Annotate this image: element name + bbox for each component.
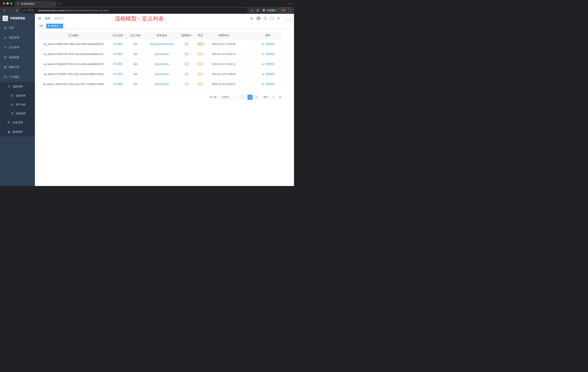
definition-name-link[interactable]: OA 请假	[113, 62, 122, 65]
user-avatar[interactable]	[284, 16, 291, 21]
tag-process-definition[interactable]: 流程定义 ×	[46, 24, 63, 28]
cube-icon	[4, 66, 7, 69]
reload-button[interactable]	[15, 8, 19, 13]
person-icon	[7, 131, 10, 133]
url-path: /bpm/manager/definition?key=oa_leave	[68, 9, 109, 12]
back-button[interactable]	[2, 8, 7, 13]
sidebar-item-task-management[interactable]: 任务管理	[0, 118, 35, 127]
version-badge: v4	[184, 52, 189, 56]
form-link[interactable]: /bpm/oa/flow	[155, 53, 169, 55]
browser-menu-icon[interactable]: ⋮	[287, 9, 290, 11]
page-number-1[interactable]: 1	[247, 95, 252, 100]
page-content: 定义编号 定义名称 定义分类 表单信息 流程版本 状态 部署时间 操作	[35, 29, 294, 186]
cell-definition-id: oa_leave:4:991f2193-7b7f-11ec-a3c8-acde4…	[38, 49, 109, 59]
font-size-icon[interactable]: ıT	[277, 17, 280, 20]
goto-page-input[interactable]	[269, 95, 277, 99]
col-process-version: 流程版本	[179, 32, 194, 39]
sidebar-item-system[interactable]: 系统管理	[0, 33, 35, 43]
chevron-down-icon	[31, 66, 32, 67]
bookmark-star-icon[interactable]	[255, 8, 260, 13]
chevron-up-icon	[31, 86, 32, 88]
new-tab-button[interactable]: +	[59, 1, 61, 5]
close-window-button[interactable]	[3, 2, 5, 5]
sidebar: 芋道管理系统 首页 系统管理 ¥ 支付管理 基础设施	[0, 14, 35, 186]
sidebar-item-process-model[interactable]: 流程模型	[0, 109, 35, 118]
person-icon	[262, 63, 264, 65]
top-navbar: 首页 / 流程定义 流程模型 - 定义列表 ? ıT	[35, 14, 294, 23]
minimize-window-button[interactable]	[7, 2, 9, 5]
security-label: 不安全	[27, 9, 34, 12]
cell-category: OA	[126, 49, 145, 59]
url-field[interactable]: 不安全 dashboard.yudao.iocoder.cn /bpm/mana…	[21, 8, 248, 13]
url-divider	[36, 9, 36, 12]
form-link[interactable]: /bpm/oa/flow	[155, 73, 169, 76]
sidebar-item-process-management[interactable]: 流程管理	[0, 82, 35, 91]
tab-close-icon[interactable]: ×	[53, 2, 54, 5]
assign-rule-link[interactable]: 分配规则	[262, 52, 274, 56]
update-button[interactable]: 更新 ⋮	[278, 8, 292, 13]
password-key-icon[interactable]	[249, 8, 254, 13]
definition-name-link[interactable]: OA 请假	[113, 82, 122, 85]
prev-page-button[interactable]: ‹	[241, 95, 246, 100]
col-deploy-time: 部署时间	[207, 32, 240, 39]
form-link[interactable]: /bpm/oa/leave/create	[150, 43, 174, 45]
next-page-button[interactable]: ›	[254, 95, 260, 100]
status-badge: 挂起	[197, 72, 204, 76]
table-row: oa_leave:2:3c1f0ef1-76b1-11ec-9c66-a2380…	[38, 69, 281, 79]
version-badge: v2	[184, 72, 189, 76]
cell-category: OA	[126, 79, 145, 89]
active-tag-dot	[48, 25, 49, 27]
sidebar-item-payment[interactable]: ¥ 支付管理	[0, 43, 35, 52]
sidebar-item-home[interactable]: 首页	[0, 23, 35, 33]
tag-close-icon[interactable]: ×	[60, 25, 62, 27]
assign-rule-link[interactable]: 分配规则	[262, 42, 274, 46]
update-label: 更新	[281, 9, 286, 12]
form-link[interactable]: /bpm/oa/flow	[155, 83, 169, 86]
browser-tab[interactable]: 芋道管理系统 ×	[15, 1, 56, 7]
status-badge: 挂起	[197, 62, 204, 66]
form-link[interactable]: /bpm/oa/flow	[155, 63, 169, 66]
assign-rule-link[interactable]: 分配规则	[262, 82, 274, 86]
fullscreen-icon[interactable]	[270, 17, 274, 20]
breadcrumb-home[interactable]: 首页	[45, 17, 50, 20]
definition-name-link[interactable]: OA 请假	[113, 52, 122, 55]
dashboard-icon	[4, 26, 7, 29]
sidebar-item-user-group[interactable]: 用户分组	[0, 100, 35, 109]
chevron-down-icon	[31, 46, 32, 48]
sidebar-item-process-form[interactable]: 流程表单	[0, 91, 35, 100]
gear-icon	[4, 36, 7, 39]
table-row: oa_leave:4:991f2193-7b7f-11ec-a3c8-acde4…	[38, 49, 281, 59]
assign-rule-link[interactable]: 分配规则	[262, 72, 274, 76]
sidebar-item-devtools[interactable]: 研发工具	[0, 62, 35, 72]
assign-rule-link[interactable]: 分配规则	[262, 62, 274, 66]
breadcrumb: 首页 / 流程定义	[45, 17, 64, 20]
sidebar-item-infrastructure[interactable]: 基础设施	[0, 52, 35, 62]
tag-home[interactable]: 首页	[37, 24, 45, 28]
pagination: 共 5 条 10条/页 ‹ 1 › 前往 页	[38, 95, 281, 100]
cell-definition-id: oa_leave:3:1fad3d93-7b75-11ec-a3c8-acde4…	[38, 59, 109, 69]
help-icon[interactable]: ?	[263, 17, 267, 20]
col-definition-category: 定义分类	[126, 32, 145, 39]
logo-image	[2, 16, 8, 21]
users-icon	[10, 103, 14, 106]
cell-deploy-time: 2022-01-16 17:46:53	[207, 69, 240, 79]
sidebar-item-workflow[interactable]: 工作流程	[0, 72, 35, 82]
sidebar-toggle-hamburger-icon[interactable]	[35, 14, 44, 23]
yen-icon: ¥	[4, 46, 7, 49]
search-icon[interactable]	[250, 17, 253, 20]
col-definition-id: 定义编号	[38, 32, 109, 39]
status-badge: 挂起	[197, 82, 204, 86]
col-actions: 操作	[255, 32, 281, 39]
forward-button[interactable]	[8, 8, 13, 13]
page-size-select[interactable]: 10条/页	[220, 95, 237, 100]
goto-prefix-label: 前往	[263, 96, 268, 99]
github-icon[interactable]	[257, 17, 260, 20]
cell-definition-id: oa_leave:5:004b710b-7b8a-11ec-8ef0-acde4…	[38, 39, 109, 49]
definition-name-link[interactable]: OA 请假	[113, 42, 122, 45]
goto-suffix-label: 页	[279, 96, 281, 99]
definition-name-link[interactable]: OA 请假	[113, 72, 122, 75]
maximize-window-button[interactable]	[10, 2, 12, 5]
tab-search-chevron-icon[interactable]	[289, 3, 291, 4]
cell-definition-id: oa_leave:1:482ec033-762a-11ec-8477-a2380…	[38, 79, 109, 89]
sidebar-item-leave-query[interactable]: 请假查询	[0, 127, 35, 136]
